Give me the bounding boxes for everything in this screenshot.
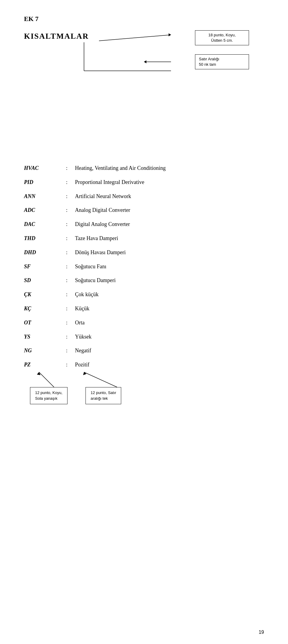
abbr-value-ann: Artificial Neural Network (75, 192, 131, 201)
abbr-key-ck: ÇK (24, 290, 66, 299)
abbr-key-ann: ANN (24, 192, 66, 201)
abbr-row-adc: ADC : Analog Digital Converter (24, 206, 264, 215)
abbr-row-kc: KÇ : Küçük (24, 304, 264, 313)
svg-line-6 (39, 372, 54, 387)
svg-marker-7 (37, 372, 40, 375)
ek-heading: EK 7 (24, 15, 264, 23)
abbr-colon-dac: : (66, 220, 75, 229)
abbr-colon-dhd: : (66, 248, 75, 257)
page-container: EK 7 KISALTMALAR 18 punto, Koyu, Üstten … (0, 0, 288, 644)
annotation-satir: Satır Aralığı 50 nk tam (195, 54, 249, 69)
svg-line-8 (84, 372, 117, 387)
abbr-value-ng: Negatif (75, 346, 91, 355)
abbr-row-thd: THD : Taze Hava Damperi (24, 234, 264, 243)
abbr-colon-ys: : (66, 333, 75, 341)
bottom-section: 12 punto, Koyu, Sola yanaşık 12 punto, S… (24, 387, 264, 426)
abbr-key-sf: SF (24, 262, 66, 271)
abbr-key-hvac: HVAC (24, 164, 66, 173)
abbr-colon-ot: : (66, 318, 75, 327)
abbr-row-ann: ANN : Artificial Neural Network (24, 192, 264, 201)
svg-line-0 (99, 35, 171, 41)
abbr-colon-adc: : (66, 206, 75, 215)
annotation-top-right: 18 punto, Koyu, Üstten 5 cm. (195, 30, 249, 45)
abbr-key-ng: NG (24, 346, 66, 355)
abbr-row-pz: PZ : Pozitif (24, 360, 264, 369)
abbr-value-kc: Küçük (75, 304, 89, 313)
abbr-value-dhd: Dönüş Havası Damperi (75, 248, 126, 257)
abbr-row-dhd: DHD : Dönüş Havası Damperi (24, 248, 264, 257)
abbr-row-ys: YS : Yüksek (24, 333, 264, 341)
abbr-colon-ann: : (66, 192, 75, 201)
abbr-value-ot: Orta (75, 318, 85, 327)
abbr-row-ng: NG : Negatif (24, 346, 264, 355)
abbr-value-sf: Soğutucu Fanı (75, 262, 106, 271)
abbr-value-pid: Proportional Integral Derivative (75, 178, 144, 187)
abbr-colon-pz: : (66, 360, 75, 369)
abbr-colon-ck: : (66, 290, 75, 299)
abbr-colon-ng: : (66, 346, 75, 355)
bottom-arrows-svg (24, 369, 204, 426)
abbr-row-dac: DAC : Digital Analog Converter (24, 220, 264, 229)
abbr-row-ot: OT : Orta (24, 318, 264, 327)
abbr-colon-kc: : (66, 304, 75, 313)
abbr-key-kc: KÇ (24, 304, 66, 313)
abbr-colon-pid: : (66, 178, 75, 187)
abbr-value-adc: Analog Digital Converter (75, 206, 130, 215)
abbr-key-ot: OT (24, 318, 66, 327)
abbr-key-pid: PID (24, 178, 66, 187)
abbr-row-sf: SF : Soğutucu Fanı (24, 262, 264, 271)
svg-marker-1 (169, 33, 171, 36)
svg-marker-3 (144, 60, 146, 63)
abbr-value-hvac: Heating, Ventilating and Air Conditionin… (75, 164, 166, 173)
abbr-colon-sf: : (66, 262, 75, 271)
abbr-value-ck: Çok küçük (75, 290, 99, 299)
abbr-key-pz: PZ (24, 360, 66, 369)
abbr-colon-thd: : (66, 234, 75, 243)
kisaltmalar-title: KISALTMALAR (24, 32, 89, 41)
abbr-key-dhd: DHD (24, 248, 66, 257)
abbr-key-sd: SD (24, 276, 66, 285)
abbr-row-hvac: HVAC : Heating, Ventilating and Air Cond… (24, 164, 264, 173)
abbr-value-ys: Yüksek (75, 333, 92, 341)
abbreviations-table: HVAC : Heating, Ventilating and Air Cond… (24, 164, 264, 369)
page-number: 19 (259, 630, 264, 635)
abbr-key-dac: DAC (24, 220, 66, 229)
abbr-key-thd: THD (24, 234, 66, 243)
abbr-row-ck: ÇK : Çok küçük (24, 290, 264, 299)
abbr-key-ys: YS (24, 333, 66, 341)
abbr-value-thd: Taze Hava Damperi (75, 234, 118, 243)
abbr-value-pz: Pozitif (75, 360, 89, 369)
abbr-value-dac: Digital Analog Converter (75, 220, 130, 229)
kisaltmalar-section: KISALTMALAR 18 punto, Koyu, Üstten 5 cm.… (24, 32, 264, 92)
abbr-row-sd: SD : Soğutucu Damperi (24, 276, 264, 285)
abbr-row-pid: PID : Proportional Integral Derivative (24, 178, 264, 187)
abbr-colon-hvac: : (66, 164, 75, 173)
abbr-colon-sd: : (66, 276, 75, 285)
abbr-key-adc: ADC (24, 206, 66, 215)
abbr-value-sd: Soğutucu Damperi (75, 276, 116, 285)
